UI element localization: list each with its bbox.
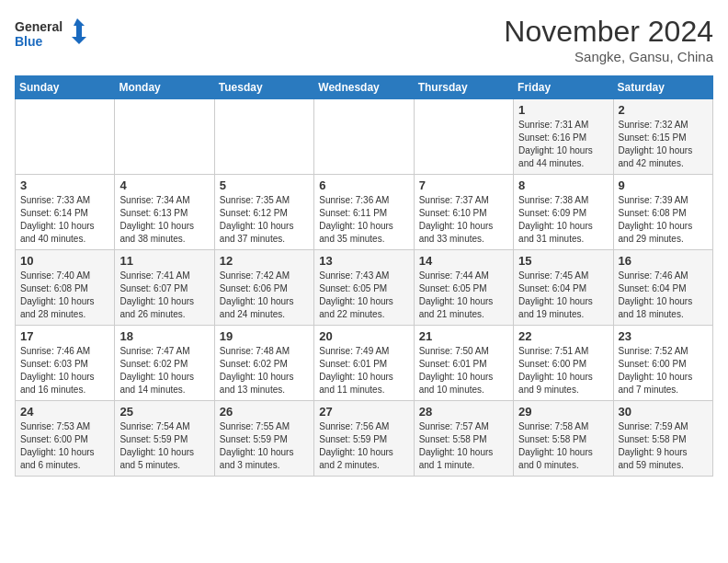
calendar-cell: 3Sunrise: 7:33 AM Sunset: 6:14 PM Daylig… bbox=[16, 175, 115, 250]
calendar-cell: 25Sunrise: 7:54 AM Sunset: 5:59 PM Dayli… bbox=[115, 401, 214, 477]
cell-content: Sunrise: 7:35 AM Sunset: 6:12 PM Dayligh… bbox=[220, 194, 309, 246]
calendar-cell: 23Sunrise: 7:52 AM Sunset: 6:00 PM Dayli… bbox=[613, 326, 712, 401]
cell-content: Sunrise: 7:53 AM Sunset: 6:00 PM Dayligh… bbox=[20, 420, 109, 472]
week-row-5: 24Sunrise: 7:53 AM Sunset: 6:00 PM Dayli… bbox=[16, 401, 713, 477]
cell-content: Sunrise: 7:40 AM Sunset: 6:08 PM Dayligh… bbox=[20, 270, 109, 321]
day-number: 16 bbox=[619, 254, 708, 268]
calendar-cell: 2Sunrise: 7:32 AM Sunset: 6:15 PM Daylig… bbox=[613, 99, 712, 175]
cell-content: Sunrise: 7:37 AM Sunset: 6:10 PM Dayligh… bbox=[419, 194, 508, 246]
day-number: 27 bbox=[319, 405, 408, 419]
cell-content: Sunrise: 7:34 AM Sunset: 6:13 PM Dayligh… bbox=[119, 194, 209, 246]
week-row-1: 1Sunrise: 7:31 AM Sunset: 6:16 PM Daylig… bbox=[16, 99, 713, 175]
day-number: 25 bbox=[119, 405, 209, 419]
cell-content: Sunrise: 7:43 AM Sunset: 6:05 PM Dayligh… bbox=[319, 270, 408, 321]
calendar-cell bbox=[115, 99, 214, 175]
day-number: 19 bbox=[220, 329, 309, 343]
logo: General Blue bbox=[15, 15, 88, 52]
calendar-cell: 14Sunrise: 7:44 AM Sunset: 6:05 PM Dayli… bbox=[414, 250, 513, 326]
day-number: 30 bbox=[619, 405, 708, 419]
calendar-cell: 1Sunrise: 7:31 AM Sunset: 6:16 PM Daylig… bbox=[514, 99, 613, 175]
cell-content: Sunrise: 7:51 AM Sunset: 6:00 PM Dayligh… bbox=[518, 345, 608, 396]
day-number: 22 bbox=[518, 329, 608, 343]
header-cell-wednesday: Wednesday bbox=[314, 76, 414, 99]
day-number: 8 bbox=[518, 178, 608, 192]
cell-content: Sunrise: 7:32 AM Sunset: 6:15 PM Dayligh… bbox=[619, 119, 708, 170]
page-header: General Blue November 2024 Sangke, Gansu… bbox=[15, 15, 713, 64]
cell-content: Sunrise: 7:31 AM Sunset: 6:16 PM Dayligh… bbox=[518, 119, 608, 170]
cell-content: Sunrise: 7:44 AM Sunset: 6:05 PM Dayligh… bbox=[419, 270, 508, 321]
calendar-cell: 26Sunrise: 7:55 AM Sunset: 5:59 PM Dayli… bbox=[214, 401, 313, 477]
calendar-table: SundayMondayTuesdayWednesdayThursdayFrid… bbox=[15, 75, 713, 477]
week-row-2: 3Sunrise: 7:33 AM Sunset: 6:14 PM Daylig… bbox=[16, 175, 713, 250]
calendar-cell: 10Sunrise: 7:40 AM Sunset: 6:08 PM Dayli… bbox=[16, 250, 115, 326]
week-row-4: 17Sunrise: 7:46 AM Sunset: 6:03 PM Dayli… bbox=[16, 326, 713, 401]
cell-content: Sunrise: 7:50 AM Sunset: 6:01 PM Dayligh… bbox=[419, 345, 508, 396]
calendar-cell: 21Sunrise: 7:50 AM Sunset: 6:01 PM Dayli… bbox=[414, 326, 513, 401]
day-number: 18 bbox=[119, 329, 209, 343]
month-title: November 2024 bbox=[504, 15, 713, 49]
header-cell-saturday: Saturday bbox=[613, 76, 712, 99]
cell-content: Sunrise: 7:58 AM Sunset: 5:58 PM Dayligh… bbox=[518, 420, 608, 472]
calendar-cell: 30Sunrise: 7:59 AM Sunset: 5:58 PM Dayli… bbox=[613, 401, 712, 477]
cell-content: Sunrise: 7:33 AM Sunset: 6:14 PM Dayligh… bbox=[20, 194, 109, 246]
week-row-3: 10Sunrise: 7:40 AM Sunset: 6:08 PM Dayli… bbox=[16, 250, 713, 326]
calendar-cell: 5Sunrise: 7:35 AM Sunset: 6:12 PM Daylig… bbox=[214, 175, 313, 250]
day-number: 10 bbox=[20, 254, 109, 268]
day-number: 6 bbox=[319, 178, 408, 192]
day-number: 4 bbox=[119, 178, 209, 192]
header-cell-friday: Friday bbox=[514, 76, 613, 99]
header-cell-thursday: Thursday bbox=[414, 76, 513, 99]
day-number: 3 bbox=[20, 178, 109, 192]
cell-content: Sunrise: 7:55 AM Sunset: 5:59 PM Dayligh… bbox=[220, 420, 309, 472]
day-number: 24 bbox=[20, 405, 109, 419]
day-number: 20 bbox=[319, 329, 408, 343]
cell-content: Sunrise: 7:42 AM Sunset: 6:06 PM Dayligh… bbox=[220, 270, 309, 321]
logo-svg: General Blue bbox=[15, 15, 88, 52]
calendar-cell: 17Sunrise: 7:46 AM Sunset: 6:03 PM Dayli… bbox=[16, 326, 115, 401]
cell-content: Sunrise: 7:52 AM Sunset: 6:00 PM Dayligh… bbox=[619, 345, 708, 396]
calendar-cell: 6Sunrise: 7:36 AM Sunset: 6:11 PM Daylig… bbox=[314, 175, 414, 250]
day-number: 7 bbox=[419, 178, 508, 192]
cell-content: Sunrise: 7:46 AM Sunset: 6:04 PM Dayligh… bbox=[619, 270, 708, 321]
cell-content: Sunrise: 7:46 AM Sunset: 6:03 PM Dayligh… bbox=[20, 345, 109, 396]
calendar-cell: 22Sunrise: 7:51 AM Sunset: 6:00 PM Dayli… bbox=[514, 326, 613, 401]
day-number: 11 bbox=[119, 254, 209, 268]
header-cell-sunday: Sunday bbox=[16, 76, 115, 99]
location-subtitle: Sangke, Gansu, China bbox=[504, 49, 713, 64]
calendar-cell: 4Sunrise: 7:34 AM Sunset: 6:13 PM Daylig… bbox=[115, 175, 214, 250]
cell-content: Sunrise: 7:48 AM Sunset: 6:02 PM Dayligh… bbox=[220, 345, 309, 396]
header-cell-monday: Monday bbox=[115, 76, 214, 99]
day-number: 26 bbox=[220, 405, 309, 419]
day-number: 14 bbox=[419, 254, 508, 268]
cell-content: Sunrise: 7:45 AM Sunset: 6:04 PM Dayligh… bbox=[518, 270, 608, 321]
svg-text:Blue: Blue bbox=[15, 34, 43, 49]
calendar-cell: 7Sunrise: 7:37 AM Sunset: 6:10 PM Daylig… bbox=[414, 175, 513, 250]
cell-content: Sunrise: 7:59 AM Sunset: 5:58 PM Dayligh… bbox=[619, 420, 708, 472]
day-number: 28 bbox=[419, 405, 508, 419]
calendar-cell: 15Sunrise: 7:45 AM Sunset: 6:04 PM Dayli… bbox=[514, 250, 613, 326]
day-number: 9 bbox=[619, 178, 708, 192]
calendar-cell: 28Sunrise: 7:57 AM Sunset: 5:58 PM Dayli… bbox=[414, 401, 513, 477]
calendar-cell: 16Sunrise: 7:46 AM Sunset: 6:04 PM Dayli… bbox=[613, 250, 712, 326]
calendar-cell: 9Sunrise: 7:39 AM Sunset: 6:08 PM Daylig… bbox=[613, 175, 712, 250]
svg-marker-2 bbox=[72, 18, 86, 44]
svg-text:General: General bbox=[15, 19, 63, 34]
calendar-cell bbox=[16, 99, 115, 175]
day-number: 21 bbox=[419, 329, 508, 343]
cell-content: Sunrise: 7:36 AM Sunset: 6:11 PM Dayligh… bbox=[319, 194, 408, 246]
calendar-cell: 29Sunrise: 7:58 AM Sunset: 5:58 PM Dayli… bbox=[514, 401, 613, 477]
day-number: 23 bbox=[619, 329, 708, 343]
cell-content: Sunrise: 7:47 AM Sunset: 6:02 PM Dayligh… bbox=[119, 345, 209, 396]
calendar-cell: 12Sunrise: 7:42 AM Sunset: 6:06 PM Dayli… bbox=[214, 250, 313, 326]
cell-content: Sunrise: 7:56 AM Sunset: 5:59 PM Dayligh… bbox=[319, 420, 408, 472]
day-number: 1 bbox=[518, 103, 608, 117]
cell-content: Sunrise: 7:57 AM Sunset: 5:58 PM Dayligh… bbox=[419, 420, 508, 472]
cell-content: Sunrise: 7:41 AM Sunset: 6:07 PM Dayligh… bbox=[119, 270, 209, 321]
day-number: 29 bbox=[518, 405, 608, 419]
calendar-cell bbox=[314, 99, 414, 175]
header-row: SundayMondayTuesdayWednesdayThursdayFrid… bbox=[16, 76, 713, 99]
day-number: 17 bbox=[20, 329, 109, 343]
day-number: 12 bbox=[220, 254, 309, 268]
day-number: 5 bbox=[220, 178, 309, 192]
calendar-cell bbox=[414, 99, 513, 175]
